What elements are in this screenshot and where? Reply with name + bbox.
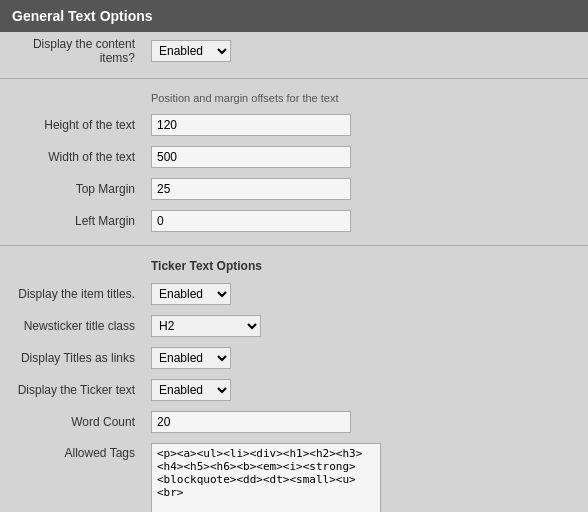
display-as-links-row: Display Titles as links Enabled Disabled xyxy=(0,342,588,374)
hint-text: Position and margin offsets for the text xyxy=(143,87,588,109)
top-margin-label: Top Margin xyxy=(0,173,143,205)
allowed-tags-row: Allowed Tags <p><a><ul><li><div><h1><h2>… xyxy=(0,438,588,512)
display-titles-row: Display the item titles. Enabled Disable… xyxy=(0,278,588,310)
ticker-subheader-row: Ticker Text Options xyxy=(0,254,588,278)
display-as-links-value-cell: Enabled Disabled xyxy=(143,342,588,374)
left-margin-input[interactable] xyxy=(151,210,351,232)
section-title: General Text Options xyxy=(12,8,153,24)
allowed-tags-label: Allowed Tags xyxy=(0,438,143,512)
separator-1 xyxy=(0,78,588,79)
top-margin-value-cell xyxy=(143,173,588,205)
display-content-row: Display the content items? Enabled Disab… xyxy=(0,32,588,70)
display-content-value-cell: Enabled Disabled xyxy=(143,32,588,70)
separator-2 xyxy=(0,245,588,246)
width-label: Width of the text xyxy=(0,141,143,173)
title-class-label: Newsticker title class xyxy=(0,310,143,342)
title-class-value-cell: H2 H1 H3 H4 H5 H6 xyxy=(143,310,588,342)
display-ticker-select[interactable]: Enabled Disabled xyxy=(151,379,231,401)
separator-row-1 xyxy=(0,70,588,87)
display-ticker-label: Display the Ticker text xyxy=(0,374,143,406)
word-count-row: Word Count xyxy=(0,406,588,438)
left-margin-label: Left Margin xyxy=(0,205,143,237)
display-as-links-label: Display Titles as links xyxy=(0,342,143,374)
top-margin-row: Top Margin xyxy=(0,173,588,205)
word-count-input[interactable] xyxy=(151,411,351,433)
width-value-cell xyxy=(143,141,588,173)
hint-row: Position and margin offsets for the text xyxy=(0,87,588,109)
word-count-value-cell xyxy=(143,406,588,438)
width-input[interactable] xyxy=(151,146,351,168)
allowed-tags-value-cell: <p><a><ul><li><div><h1><h2><h3><h4><h5><… xyxy=(143,438,588,512)
section-header: General Text Options xyxy=(0,0,588,32)
general-options-table: Display the content items? Enabled Disab… xyxy=(0,32,588,512)
display-ticker-row: Display the Ticker text Enabled Disabled xyxy=(0,374,588,406)
height-row: Height of the text xyxy=(0,109,588,141)
display-content-label: Display the content items? xyxy=(0,32,143,70)
ticker-subheader: Ticker Text Options xyxy=(143,254,588,278)
allowed-tags-textarea[interactable]: <p><a><ul><li><div><h1><h2><h3><h4><h5><… xyxy=(151,443,381,512)
left-margin-value-cell xyxy=(143,205,588,237)
height-value-cell xyxy=(143,109,588,141)
height-input[interactable] xyxy=(151,114,351,136)
title-class-select[interactable]: H2 H1 H3 H4 H5 H6 xyxy=(151,315,261,337)
display-ticker-value-cell: Enabled Disabled xyxy=(143,374,588,406)
display-titles-label: Display the item titles. xyxy=(0,278,143,310)
display-titles-select[interactable]: Enabled Disabled xyxy=(151,283,231,305)
display-content-select[interactable]: Enabled Disabled xyxy=(151,40,231,62)
height-label: Height of the text xyxy=(0,109,143,141)
separator-row-2 xyxy=(0,237,588,254)
left-margin-row: Left Margin xyxy=(0,205,588,237)
word-count-label: Word Count xyxy=(0,406,143,438)
width-row: Width of the text xyxy=(0,141,588,173)
page-wrapper: General Text Options Display the content… xyxy=(0,0,588,512)
display-as-links-select[interactable]: Enabled Disabled xyxy=(151,347,231,369)
title-class-row: Newsticker title class H2 H1 H3 H4 H5 H6 xyxy=(0,310,588,342)
top-margin-input[interactable] xyxy=(151,178,351,200)
display-titles-value-cell: Enabled Disabled xyxy=(143,278,588,310)
